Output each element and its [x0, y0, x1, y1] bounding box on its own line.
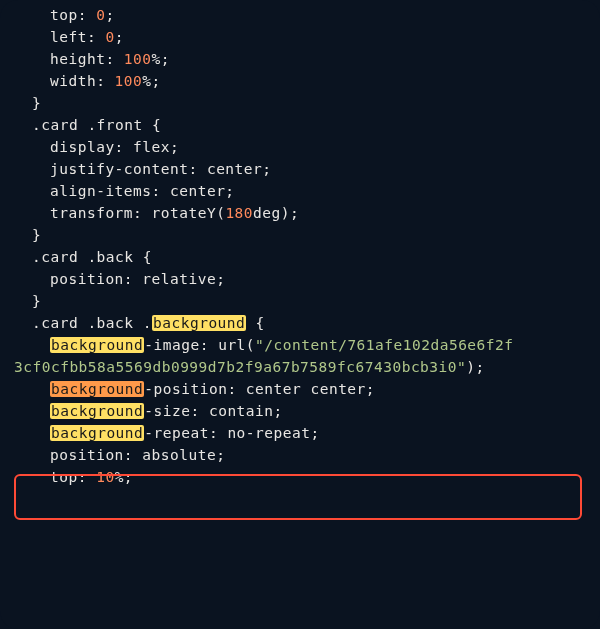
css-punct: %; [115, 469, 133, 485]
css-punct: ; [115, 29, 124, 45]
code-line: top: 0; [14, 4, 586, 26]
code-line: background-position: center center; [14, 378, 586, 400]
code-line: } [14, 290, 586, 312]
css-selector-part: { [246, 315, 264, 331]
css-declaration: width: [50, 73, 115, 89]
code-editor-viewport: top: 0; left: 0; height: 100%; width: 10… [0, 0, 600, 629]
css-selector: .card .back { [32, 249, 152, 265]
css-declaration: -size: contain; [144, 403, 282, 419]
css-declaration: position: absolute; [50, 447, 225, 463]
code-line: transform: rotateY(180deg); [14, 202, 586, 224]
code-line: align-items: center; [14, 180, 586, 202]
css-declaration: transform: rotateY( [50, 205, 225, 221]
css-number: 180 [225, 205, 253, 221]
css-string: "/content/761afe102da56e6f2f [255, 337, 513, 353]
css-declaration: position: relative; [50, 271, 225, 287]
code-line: width: 100%; [14, 70, 586, 92]
search-highlight-active: background [50, 381, 144, 397]
css-declaration: -position: center center; [144, 381, 375, 397]
code-line: } [14, 92, 586, 114]
code-line: background-image: url("/content/761afe10… [14, 334, 586, 356]
code-line: background-size: contain; [14, 400, 586, 422]
css-declaration: height: [50, 51, 124, 67]
css-declaration: -repeat: no-repeat; [144, 425, 319, 441]
css-declaration: display: flex; [50, 139, 179, 155]
css-declaration: justify-content: center; [50, 161, 272, 177]
css-brace: } [32, 227, 41, 243]
code-line: } [14, 224, 586, 246]
css-declaration: top: [50, 7, 96, 23]
css-selector: .card .front { [32, 117, 161, 133]
css-number: 100 [124, 51, 152, 67]
css-number: 0 [105, 29, 114, 45]
css-number: 0 [96, 7, 105, 23]
search-highlight: background [152, 315, 246, 331]
css-punct: ); [466, 359, 484, 375]
css-number: 10 [96, 469, 114, 485]
search-highlight: background [50, 337, 144, 353]
search-highlight: background [50, 425, 144, 441]
css-punct: deg); [253, 205, 299, 221]
css-declaration: left: [50, 29, 105, 45]
code-line: left: 0; [14, 26, 586, 48]
code-line: position: absolute; [14, 444, 586, 466]
css-punct: %; [152, 51, 170, 67]
css-declaration: -image: url( [144, 337, 255, 353]
code-line: background-repeat: no-repeat; [14, 422, 586, 444]
css-number: 100 [115, 73, 143, 89]
search-highlight: background [50, 403, 144, 419]
code-line: 3cf0cfbb58a5569db0999d7b2f9a67b7589fc674… [14, 356, 586, 378]
code-line: .card .back { [14, 246, 586, 268]
code-line: .card .back .background { [14, 312, 586, 334]
css-selector-part: .card .back . [32, 315, 152, 331]
css-declaration: top: [50, 469, 96, 485]
code-line: justify-content: center; [14, 158, 586, 180]
code-line: position: relative; [14, 268, 586, 290]
css-punct: %; [142, 73, 160, 89]
code-line: display: flex; [14, 136, 586, 158]
css-brace: } [32, 293, 41, 309]
css-string: 3cf0cfbb58a5569db0999d7b2f9a67b7589fc674… [14, 359, 466, 375]
css-declaration: align-items: center; [50, 183, 235, 199]
code-line: .card .front { [14, 114, 586, 136]
css-punct: ; [105, 7, 114, 23]
code-line: top: 10%; [14, 466, 586, 488]
css-brace: } [32, 95, 41, 111]
code-line: height: 100%; [14, 48, 586, 70]
